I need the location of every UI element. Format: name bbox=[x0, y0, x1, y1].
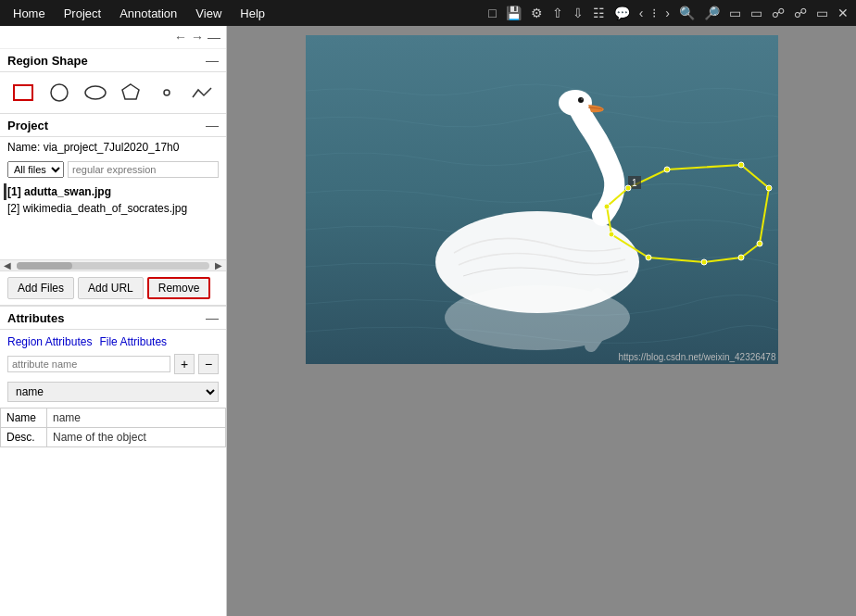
project-filter: All files bbox=[0, 157, 226, 182]
file-item-2[interactable]: [2] wikimedia_death_of_socrates.jpg bbox=[4, 200, 222, 217]
region-shape-collapse[interactable]: — bbox=[206, 53, 219, 68]
svg-point-20 bbox=[701, 259, 707, 265]
region-shape-section: Region Shape — bbox=[0, 49, 226, 114]
project-filter-select[interactable]: All files bbox=[7, 161, 64, 178]
project-collapse[interactable]: — bbox=[206, 118, 219, 132]
image-container: 1 https://blog.csdn.net/weixin_42326478 bbox=[306, 35, 778, 364]
nav-arrows: ← → — bbox=[0, 26, 226, 49]
attributes-section: Attributes — Region Attributes File Attr… bbox=[0, 307, 226, 616]
swan-svg: 1 bbox=[306, 35, 778, 364]
canvas-area: 1 https://blog.csdn.net/weixin_42326478 bbox=[227, 26, 856, 616]
svg-point-7 bbox=[559, 90, 592, 116]
prev-icon[interactable]: ‹ bbox=[636, 4, 648, 22]
svg-point-15 bbox=[664, 167, 670, 172]
nav-right-arrow[interactable]: → bbox=[191, 30, 204, 44]
svg-point-2 bbox=[85, 86, 106, 99]
svg-point-14 bbox=[625, 185, 631, 191]
add-attribute-button[interactable]: + bbox=[174, 354, 195, 374]
attr-row-desc: Desc. Name of the object bbox=[1, 428, 226, 447]
copy-icon[interactable]: ▭ bbox=[747, 4, 766, 22]
svg-point-9 bbox=[581, 98, 583, 100]
next-icon[interactable]: › bbox=[661, 4, 673, 22]
attr-value-name: name bbox=[47, 409, 226, 428]
zoom-in-icon[interactable]: 🔍 bbox=[675, 4, 699, 22]
file-item-1[interactable]: [1] adutta_swan.jpg bbox=[4, 183, 222, 200]
attr-tabs: Region Attributes File Attributes bbox=[0, 330, 226, 348]
project-title: Project bbox=[7, 119, 48, 132]
shape-point[interactable] bbox=[154, 80, 180, 106]
save-icon[interactable]: 💾 bbox=[502, 4, 525, 22]
tab-region-attributes[interactable]: Region Attributes bbox=[7, 335, 92, 348]
tab-file-attributes[interactable]: File Attributes bbox=[99, 335, 167, 348]
download-icon[interactable]: ⇩ bbox=[569, 4, 587, 22]
add-url-button[interactable]: Add URL bbox=[78, 277, 144, 299]
project-section: Project — Name: via_project_7Jul2020_17h… bbox=[0, 114, 226, 307]
open-file-icon[interactable]: □ bbox=[485, 4, 499, 22]
menu-annotation[interactable]: Annotation bbox=[110, 0, 186, 26]
menu-project[interactable]: Project bbox=[55, 0, 110, 26]
project-name-value: via_project_7Jul2020_17h0 bbox=[44, 141, 180, 154]
project-name-label: Name: bbox=[7, 141, 40, 154]
upload-icon[interactable]: ⇧ bbox=[548, 4, 567, 22]
scroll-right-arrow[interactable]: ▶ bbox=[211, 260, 226, 270]
svg-point-23 bbox=[604, 204, 610, 209]
svg-point-16 bbox=[738, 162, 744, 168]
svg-marker-3 bbox=[122, 84, 139, 99]
shape-ellipse[interactable] bbox=[82, 80, 108, 106]
svg-point-22 bbox=[609, 232, 614, 237]
attributes-title: Attributes bbox=[7, 311, 64, 325]
region-shape-tools bbox=[0, 72, 226, 114]
menu-view[interactable]: View bbox=[186, 0, 231, 26]
file-buttons: Add Files Add URL Remove bbox=[0, 271, 226, 306]
shape-circle[interactable] bbox=[46, 80, 72, 106]
calendar-icon[interactable]: ☍ bbox=[790, 4, 811, 22]
toolbar: □ 💾 ⚙ ⇧ ⇩ ☷ 💬 ‹ ⁝ › 🔍 🔎 ▭ ▭ ☍ ☍ ▭ ✕ bbox=[485, 4, 852, 22]
svg-point-4 bbox=[164, 90, 170, 95]
menu-home[interactable]: Home bbox=[4, 0, 55, 26]
attributes-header: Attributes — bbox=[0, 307, 226, 330]
main-layout: ← → — Region Shape — bbox=[0, 26, 856, 616]
project-header: Project — bbox=[0, 114, 226, 137]
shape-rectangle[interactable] bbox=[10, 80, 36, 106]
attr-select-row: name bbox=[0, 380, 226, 408]
svg-point-8 bbox=[578, 97, 584, 103]
screen-icon[interactable]: ▭ bbox=[812, 4, 832, 22]
remove-button[interactable]: Remove bbox=[147, 277, 211, 299]
scrollbar-track[interactable] bbox=[17, 262, 209, 270]
grid-icon[interactable]: ☷ bbox=[589, 4, 609, 22]
add-files-button[interactable]: Add Files bbox=[7, 277, 74, 299]
project-filter-input[interactable] bbox=[68, 161, 219, 178]
attributes-collapse[interactable]: — bbox=[206, 310, 219, 325]
region-shape-header: Region Shape — bbox=[0, 49, 226, 72]
region-shape-title: Region Shape bbox=[7, 54, 88, 68]
zoom-out-icon[interactable]: 🔎 bbox=[700, 4, 724, 22]
expand-icon[interactable]: ▭ bbox=[725, 4, 745, 22]
svg-point-21 bbox=[646, 255, 651, 260]
menu-help[interactable]: Help bbox=[231, 0, 274, 26]
speech-icon[interactable]: 💬 bbox=[611, 4, 634, 22]
nav-left-arrow[interactable]: ← bbox=[174, 30, 187, 44]
svg-point-19 bbox=[738, 255, 744, 260]
file-list: [1] adutta_swan.jpg [2] wikimedia_death_… bbox=[0, 182, 226, 260]
clipboard-icon[interactable]: ☍ bbox=[768, 4, 788, 22]
svg-point-18 bbox=[757, 241, 762, 246]
attribute-name-input[interactable] bbox=[7, 356, 170, 372]
shape-polyline[interactable] bbox=[190, 80, 216, 106]
scrollbar-thumb[interactable] bbox=[17, 262, 72, 270]
svg-rect-0 bbox=[14, 85, 32, 100]
remove-attribute-button[interactable]: − bbox=[198, 354, 219, 374]
attr-key-desc: Desc. bbox=[1, 428, 47, 447]
attr-value-desc: Name of the object bbox=[47, 428, 226, 447]
attr-key-name: Name bbox=[1, 409, 47, 428]
list-icon[interactable]: ⁝ bbox=[648, 4, 660, 22]
shape-polygon[interactable] bbox=[118, 80, 144, 106]
attr-table: Name name Desc. Name of the object bbox=[0, 408, 226, 447]
attribute-type-select[interactable]: name bbox=[7, 382, 219, 402]
nav-collapse[interactable]: — bbox=[208, 30, 220, 44]
swan-image: 1 bbox=[306, 35, 778, 364]
settings-icon[interactable]: ⚙ bbox=[527, 4, 547, 22]
attr-name-row: + − bbox=[0, 348, 226, 380]
scroll-left-arrow[interactable]: ◀ bbox=[0, 260, 15, 270]
svg-point-1 bbox=[51, 84, 68, 101]
close-icon[interactable]: ✕ bbox=[834, 4, 852, 22]
